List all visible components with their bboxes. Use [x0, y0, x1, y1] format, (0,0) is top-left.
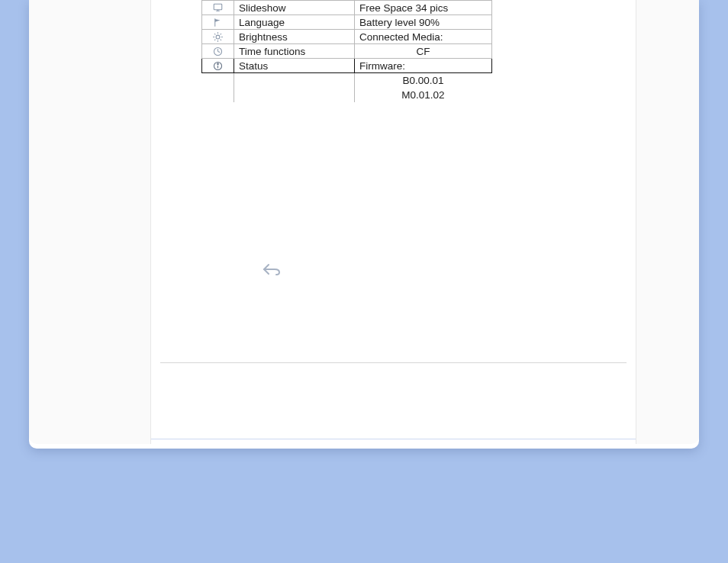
menu-item-label: Language	[234, 15, 355, 30]
svg-line-11	[214, 40, 215, 40]
clock-icon	[202, 44, 234, 59]
svg-line-15	[218, 51, 221, 52]
status-connected-media-value: CF	[355, 44, 492, 59]
svg-point-18	[217, 63, 219, 65]
page-bottom-border	[151, 439, 636, 439]
status-firmware-line: M0.01.02	[355, 88, 492, 102]
status-firmware-line: B0.00.01	[355, 73, 492, 88]
left-margin	[29, 0, 151, 444]
table-row[interactable]: Time functions CF	[202, 44, 492, 59]
table-row-selected[interactable]: Status Firmware:	[202, 59, 492, 73]
svg-line-12	[221, 34, 221, 34]
page-content: Slideshow Free Space 34 pics Language Ba…	[151, 0, 636, 444]
status-battery-level: Battery level 90%	[355, 15, 492, 30]
table-row[interactable]: Language Battery level 90%	[202, 15, 492, 30]
settings-status-table: Slideshow Free Space 34 pics Language Ba…	[201, 0, 492, 102]
right-margin	[636, 0, 699, 444]
table-row[interactable]: Brightness Connected Media:	[202, 30, 492, 44]
status-free-space: Free Space 34 pics	[355, 1, 492, 15]
status-connected-media-label: Connected Media:	[355, 30, 492, 44]
svg-point-4	[216, 35, 220, 39]
status-firmware-label: Firmware:	[355, 59, 492, 73]
menu-item-label: Brightness	[234, 30, 355, 44]
horizontal-rule	[160, 362, 627, 363]
back-icon[interactable]	[263, 262, 282, 279]
flag-icon	[202, 15, 234, 30]
menu-item-label: Time functions	[234, 44, 355, 59]
svg-line-9	[214, 34, 215, 34]
slideshow-icon	[202, 1, 234, 15]
document-page: Slideshow Free Space 34 pics Language Ba…	[29, 0, 699, 449]
table-row: M0.01.02	[202, 88, 492, 102]
table-row: B0.00.01	[202, 73, 492, 88]
brightness-icon	[202, 30, 234, 44]
svg-rect-0	[214, 4, 222, 10]
svg-line-10	[221, 40, 221, 40]
table-row[interactable]: Slideshow Free Space 34 pics	[202, 1, 492, 15]
menu-item-label: Slideshow	[234, 1, 355, 15]
info-icon	[202, 59, 234, 73]
menu-item-label: Status	[234, 59, 355, 73]
